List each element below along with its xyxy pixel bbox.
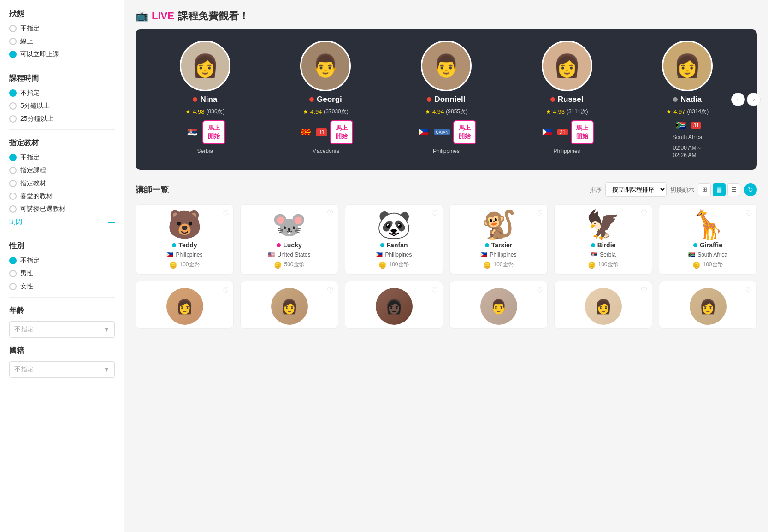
time-radio-0 bbox=[9, 89, 17, 97]
teacher-card-tarsier[interactable]: ♡ 🐒 Tarsier 🇵🇭 Philippines 🪙 100金幣 bbox=[449, 204, 548, 275]
donniell-avatar: 👨 bbox=[421, 41, 472, 91]
nadia-time: 02:00 AM～02:26 AM bbox=[673, 144, 702, 158]
birdie-coins: 🪙 100金幣 bbox=[588, 261, 618, 269]
teacher-card-r2-4[interactable]: ♡ 👨 bbox=[449, 281, 548, 329]
banner-teacher-nadia[interactable]: 👩 Nadia ★ 4.97 (8314次) 🇿🇦 31 South Afric… bbox=[627, 41, 748, 158]
status-option-2[interactable]: 可以立即上課 bbox=[9, 50, 115, 58]
collapse-bar[interactable]: 閉閉 — bbox=[9, 218, 115, 226]
nina-status-dot bbox=[193, 97, 197, 102]
heart-icon-teddy[interactable]: ♡ bbox=[222, 209, 229, 218]
sort-label: 排序 bbox=[590, 186, 602, 194]
material-option-2[interactable]: 指定教材 bbox=[9, 179, 115, 187]
teacher-card-r2-2[interactable]: ♡ 👩 bbox=[240, 281, 338, 329]
material-options: 不指定 指定課程 指定教材 喜愛的教材 可講授已選教材 bbox=[9, 153, 115, 213]
heart-icon-fanfan[interactable]: ♡ bbox=[431, 209, 438, 218]
status-option-1[interactable]: 線上 bbox=[9, 37, 115, 46]
age-select[interactable]: 不指定 ▼ bbox=[9, 321, 115, 338]
material-radio-2 bbox=[9, 180, 17, 187]
status-option-0[interactable]: 不指定 bbox=[9, 24, 115, 33]
list-view-btn[interactable]: ▤ bbox=[713, 183, 726, 196]
time-option-1[interactable]: 5分鐘以上 bbox=[9, 102, 115, 110]
teacher-card-lucky[interactable]: ♡ 🐭 Lucky 🇺🇸 United States 🪙 500金幣 bbox=[240, 204, 338, 275]
nadia-country: South Africa bbox=[673, 134, 703, 140]
gender-radio-0 bbox=[9, 257, 17, 264]
caian-badge: CAIAN bbox=[434, 129, 450, 135]
nationality-select[interactable]: 不指定 ▼ bbox=[9, 361, 115, 378]
material-option-1[interactable]: 指定課程 bbox=[9, 166, 115, 175]
gender-radio-2 bbox=[9, 283, 17, 290]
teacher-card-r2-6[interactable]: ♡ 👩 bbox=[659, 281, 757, 329]
teacher-grid-row2: ♡ 👩 ♡ 👩 ♡ 👩🏿 ♡ 👨 ♡ 👩 ♡ 👩 bbox=[136, 281, 757, 329]
teddy-coins: 🪙 100金幣 bbox=[169, 261, 200, 269]
teacher-card-r2-3[interactable]: ♡ 👩🏿 bbox=[345, 281, 443, 329]
person-avatar-r2-2: 👩 bbox=[271, 288, 308, 325]
russel-calendar: 31 bbox=[557, 129, 567, 135]
material-option-4[interactable]: 可講授已選教材 bbox=[9, 205, 115, 213]
teacher-card-giraffie[interactable]: ♡ 🦒 Giraffie 🇿🇦 South Africa 🪙 100金幣 bbox=[659, 204, 757, 275]
coin-icon: 🪙 bbox=[169, 261, 177, 269]
material-option-0[interactable]: 不指定 bbox=[9, 153, 115, 162]
material-radio-4 bbox=[9, 205, 17, 213]
nadia-rating: ★ 4.97 (8314次) bbox=[666, 108, 709, 116]
coin-icon: 🪙 bbox=[692, 261, 700, 269]
age-placeholder: 不指定 bbox=[14, 325, 34, 333]
heart-icon-r2-4[interactable]: ♡ bbox=[536, 286, 543, 295]
teacher-card-teddy[interactable]: ♡ 🐻 Teddy 🇵🇭 Philippines 🪙 100金幣 bbox=[136, 204, 234, 275]
radio-circle-1 bbox=[9, 38, 17, 45]
giraffie-country: 🇿🇦 South Africa bbox=[688, 251, 727, 258]
carousel-next-btn[interactable]: › bbox=[747, 93, 761, 106]
refresh-btn[interactable]: ↻ bbox=[744, 183, 757, 196]
georgi-avatar: 👨 bbox=[300, 41, 351, 91]
russel-start-btn[interactable]: 馬上開始 bbox=[571, 120, 594, 144]
russel-flag: 🇵🇭 bbox=[540, 127, 555, 137]
heart-icon-lucky[interactable]: ♡ bbox=[327, 209, 333, 218]
heart-icon-birdie[interactable]: ♡ bbox=[641, 209, 647, 218]
material-radio-0 bbox=[9, 154, 17, 161]
birdie-status bbox=[591, 243, 595, 247]
grid-view-btn[interactable]: ⊞ bbox=[698, 183, 711, 196]
tarsier-country: 🇵🇭 Philippines bbox=[480, 251, 516, 258]
carousel-prev-btn[interactable]: ‹ bbox=[731, 93, 745, 106]
radio-circle-0 bbox=[9, 25, 17, 32]
banner-teacher-nina[interactable]: 👩 Nina ★ 4.98 (836次) 🇷🇸 馬上開始 Serbia bbox=[145, 41, 266, 154]
person-avatar-r2-4: 👨 bbox=[480, 288, 517, 325]
sort-select[interactable]: 按立即課程排序 bbox=[605, 182, 667, 197]
donniell-start-btn[interactable]: 馬上開始 bbox=[453, 120, 476, 144]
donniell-rating: ★ 4.94 (9855次) bbox=[425, 108, 467, 116]
person-avatar-r2-3: 👩🏿 bbox=[376, 288, 413, 325]
banner-teacher-russel[interactable]: 👩 Russel ★ 4.93 (3111次) 🇵🇭 31 馬上開始 Phili… bbox=[507, 41, 627, 154]
heart-icon-r2-5[interactable]: ♡ bbox=[641, 286, 647, 295]
donniell-country: Philippines bbox=[433, 148, 460, 154]
age-chevron-icon: ▼ bbox=[103, 326, 110, 333]
time-option-0[interactable]: 不指定 bbox=[9, 89, 115, 97]
teacher-card-fanfan[interactable]: ♡ 🐼 Fanfan 🇵🇭 Philippines 🪙 100金幣 bbox=[345, 204, 443, 275]
teacher-card-r2-5[interactable]: ♡ 👩 bbox=[554, 281, 652, 329]
teacher-card-birdie[interactable]: ♡ 🦅 Birdie 🇷🇸 Serbia 🪙 100金幣 bbox=[554, 204, 652, 275]
tarsier-avatar: 🐒 bbox=[481, 211, 516, 239]
gender-option-0[interactable]: 不指定 bbox=[9, 257, 115, 265]
teddy-status bbox=[172, 243, 176, 247]
heart-icon-r2-3[interactable]: ♡ bbox=[431, 286, 438, 295]
teacher-grid-row1: ♡ 🐻 Teddy 🇵🇭 Philippines 🪙 100金幣 ♡ bbox=[136, 204, 757, 275]
heart-icon-r2-6[interactable]: ♡ bbox=[745, 286, 752, 295]
nina-start-btn[interactable]: 馬上開始 bbox=[202, 120, 225, 144]
time-radio-1 bbox=[9, 102, 17, 110]
material-option-3[interactable]: 喜愛的教材 bbox=[9, 192, 115, 200]
teacher-card-r2-1[interactable]: ♡ 👩 bbox=[136, 281, 234, 329]
heart-icon-tarsier[interactable]: ♡ bbox=[536, 209, 543, 218]
teddy-country: 🇵🇭 Philippines bbox=[166, 251, 202, 258]
heart-icon-giraffie[interactable]: ♡ bbox=[745, 209, 752, 218]
banner-teacher-donniell[interactable]: 👨 Donniell ★ 4.94 (9855次) 🇵🇭 CAIAN 馬上開始 … bbox=[386, 41, 507, 154]
gender-label-0: 不指定 bbox=[20, 257, 40, 265]
compact-view-btn[interactable]: ☰ bbox=[727, 183, 740, 196]
nadia-name: Nadia bbox=[673, 95, 702, 104]
person-avatar-r2-6: 👩 bbox=[690, 288, 727, 325]
time-option-2[interactable]: 25分鐘以上 bbox=[9, 115, 115, 123]
banner-teacher-georgi[interactable]: 👨 Georgi ★ 4.94 (37030次) 🇲🇰 31 馬上開始 bbox=[266, 41, 386, 154]
gender-option-1[interactable]: 男性 bbox=[9, 269, 115, 278]
heart-icon-r2-1[interactable]: ♡ bbox=[222, 286, 229, 295]
gender-option-2[interactable]: 女性 bbox=[9, 282, 115, 291]
georgi-start-btn[interactable]: 馬上開始 bbox=[330, 120, 353, 144]
heart-icon-r2-2[interactable]: ♡ bbox=[327, 286, 333, 295]
russel-rating: ★ 4.93 (3111次) bbox=[546, 108, 588, 116]
